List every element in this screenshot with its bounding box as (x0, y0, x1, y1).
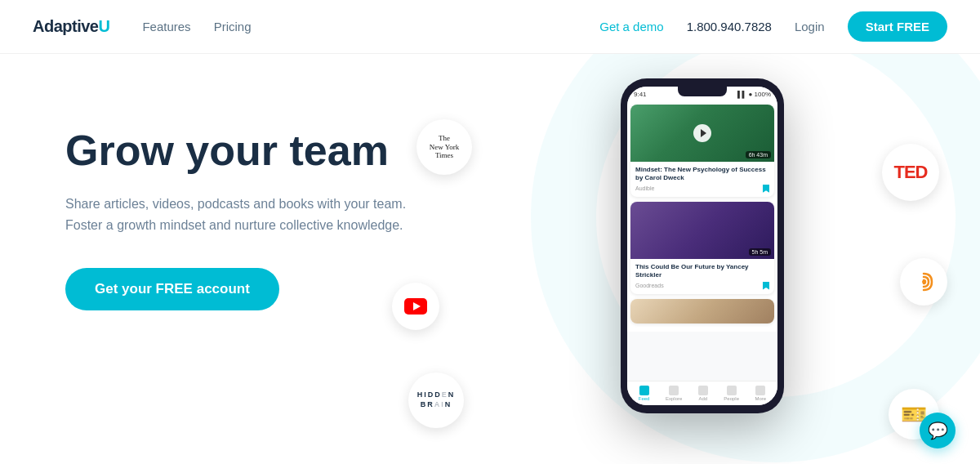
card2-title: This Could Be Our Future by Yancey Stric… (635, 263, 769, 280)
feed-nav-label: Feed (639, 396, 650, 401)
card2-duration: 5h 5m (749, 248, 771, 256)
card2-source: Goodreads (635, 283, 664, 288)
card2-bookmark-icon[interactable] (763, 282, 769, 290)
explore-nav-label: Explore (666, 396, 682, 401)
hidden-brain-text: HIDDEN BRAIN (417, 390, 456, 409)
card1-source: Audible (635, 185, 654, 191)
card2-body: This Could Be Our Future by Yancey Stric… (630, 259, 774, 294)
card2-meta: Goodreads (635, 282, 769, 290)
phone-nav-explore[interactable]: Explore (666, 386, 682, 401)
audible-badge (900, 258, 947, 306)
explore-nav-icon (669, 386, 679, 395)
phone-screen: 9:41 ▌▌ ● 100% 6h 43m (627, 87, 777, 405)
phone-notch (678, 87, 727, 96)
nav-start-button[interactable]: Start FREE (848, 11, 947, 42)
phone-card-2: 5h 5m This Could Be Our Future by Yancey… (630, 202, 774, 294)
ted-text: TED (894, 162, 928, 183)
phone-card-3 (630, 299, 774, 323)
hero-cta-button[interactable]: Get your FREE account (65, 268, 279, 310)
more-nav-label: More (755, 396, 767, 401)
card1-play[interactable] (693, 124, 711, 142)
hero-right: TheNew YorkTimes 9:41 ▌▌ ● 100% (457, 95, 947, 464)
nav-links: Features Pricing (142, 20, 599, 33)
hero-left: Grow your team Share articles, videos, p… (65, 95, 457, 310)
phone-nav-people[interactable]: People (724, 386, 739, 401)
hidden-brain-badge: HIDDEN BRAIN (408, 373, 464, 428)
nav-pricing[interactable]: Pricing (214, 20, 252, 33)
logo[interactable]: AdaptiveU (33, 17, 109, 36)
phone-card-1: 6h 43m Mindset: The New Psychology of Su… (630, 105, 774, 197)
phone-content: 6h 43m Mindset: The New Psychology of Su… (627, 101, 777, 332)
audible-icon (911, 270, 936, 294)
nav-features[interactable]: Features (142, 20, 190, 33)
hero-subtitle: Share articles, videos, podcasts and boo… (65, 194, 425, 235)
card2-image: 5h 5m (630, 202, 774, 259)
add-nav-icon (698, 386, 708, 395)
nav-phone: 1.800.940.7828 (687, 20, 772, 33)
phone-signals: ▌▌ ● 100% (737, 91, 771, 98)
nav-right: Get a demo 1.800.940.7828 Login Start FR… (599, 11, 947, 42)
card1-title: Mindset: The New Psychology of Success b… (635, 166, 769, 183)
people-nav-icon (727, 386, 737, 395)
hero-title: Grow your team (65, 127, 457, 174)
phone-time: 9:41 (634, 91, 647, 98)
svg-point-0 (922, 280, 925, 283)
nav-login[interactable]: Login (795, 20, 825, 33)
phone-nav-feed[interactable]: Feed (639, 386, 650, 401)
add-nav-label: Add (698, 396, 707, 401)
phone-nav-more[interactable]: More (755, 386, 767, 401)
chat-bubble[interactable]: 💬 (920, 413, 956, 448)
chat-icon: 💬 (928, 421, 948, 440)
card1-meta: Audible (635, 185, 769, 193)
phone-nav-add[interactable]: Add (698, 386, 708, 401)
card1-duration: 6h 43m (746, 151, 771, 158)
phone-outer: 9:41 ▌▌ ● 100% 6h 43m (621, 78, 784, 413)
feed-nav-icon (639, 386, 649, 395)
people-nav-label: People (724, 396, 739, 401)
card1-image: 6h 43m (630, 105, 774, 162)
hero-section: Grow your team Share articles, videos, p… (0, 54, 980, 464)
play-triangle-icon (701, 129, 706, 137)
ted-badge: TED (882, 144, 939, 201)
phone-mockup: 9:41 ▌▌ ● 100% 6h 43m (621, 78, 784, 413)
card1-bookmark-icon[interactable] (763, 185, 769, 193)
navbar: AdaptiveU Features Pricing Get a demo 1.… (0, 0, 980, 54)
card3-image (630, 299, 774, 323)
card1-body: Mindset: The New Psychology of Success b… (630, 162, 774, 197)
more-nav-icon (755, 386, 765, 395)
phone-bottom-nav: Feed Explore Add People (627, 381, 777, 405)
nav-get-demo[interactable]: Get a demo (599, 20, 663, 33)
